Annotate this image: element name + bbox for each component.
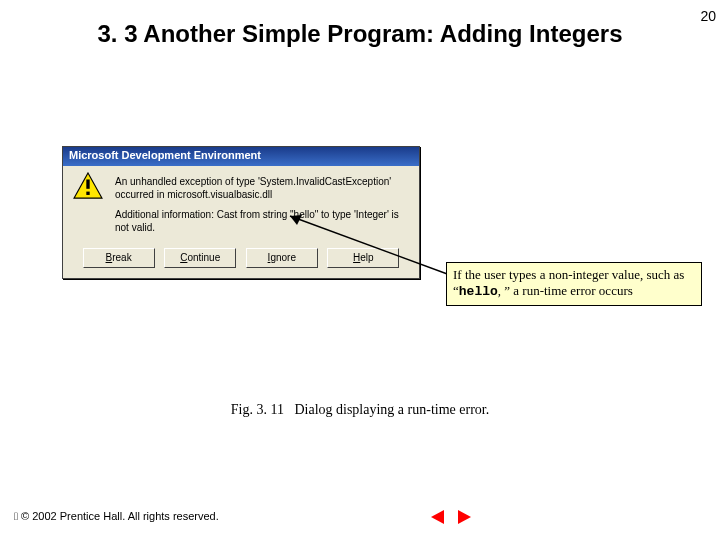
svg-rect-1 xyxy=(86,179,89,188)
page-title: 3. 3 Another Simple Program: Adding Inte… xyxy=(80,20,640,49)
slide-nav xyxy=(428,507,474,527)
callout-text-suffix: , ” a run-time error occurs xyxy=(498,283,633,298)
warning-icon xyxy=(73,172,103,200)
page-number: 20 xyxy=(700,8,716,24)
svg-rect-2 xyxy=(86,192,89,195)
break-button[interactable]: Break xyxy=(83,248,155,268)
caption-label: Fig. 3. 11 xyxy=(231,402,284,417)
next-button[interactable] xyxy=(454,507,474,527)
svg-marker-5 xyxy=(431,510,444,524)
dialog-message-additional: Additional information: Cast from string… xyxy=(115,209,407,234)
callout-code: hello xyxy=(459,284,498,299)
callout-box: If the user types a non-integer value, s… xyxy=(446,262,702,306)
dialog-button-row: Break Continue Ignore Help xyxy=(63,248,419,268)
help-button[interactable]: Help xyxy=(327,248,399,268)
dialog-body: An unhandled exception of type 'System.I… xyxy=(63,166,419,248)
ignore-button[interactable]: Ignore xyxy=(246,248,318,268)
figure-caption: Fig. 3. 11 Dialog displaying a run-time … xyxy=(0,402,720,418)
error-dialog: Microsoft Development Environment An unh… xyxy=(62,146,420,279)
footer-text: © 2002 Prentice Hall. All rights reserve… xyxy=(21,510,219,522)
svg-marker-6 xyxy=(458,510,471,524)
dialog-titlebar: Microsoft Development Environment xyxy=(63,147,419,166)
dialog-message-main: An unhandled exception of type 'System.I… xyxy=(115,176,407,201)
continue-button[interactable]: Continue xyxy=(164,248,236,268)
prev-button[interactable] xyxy=(428,507,448,527)
copyright-footer:  © 2002 Prentice Hall. All rights reser… xyxy=(14,510,219,522)
caption-text: Dialog displaying a run-time error. xyxy=(294,402,489,417)
